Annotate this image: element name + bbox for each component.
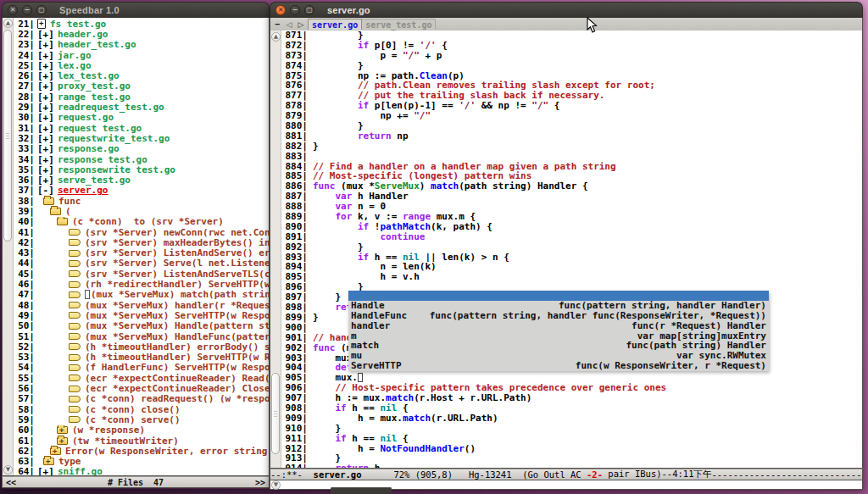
file-name[interactable]: fs_test.go [50, 19, 106, 29]
folder-closed-icon[interactable] [50, 447, 61, 455]
tree-row[interactable]: 56|(ecr *expectContinueReader) Close() e… [14, 383, 269, 393]
tag-icon[interactable] [69, 229, 81, 236]
expand-toggle-icon[interactable]: [+] [37, 144, 54, 154]
tree-row[interactable]: 22|[+]header.go [14, 29, 269, 39]
tag-icon[interactable] [69, 281, 81, 288]
code-line[interactable]: 914| return h [282, 463, 862, 469]
tree-row[interactable]: 43|(srv *Server) ListenAndServe() error [14, 248, 269, 258]
scroll-up-icon[interactable]: ▲ [3, 19, 13, 28]
popup-item[interactable]: HandleFuncfunc(pattern string, handler f… [348, 311, 769, 321]
tag-group-label[interactable]: Error(w ResponseWriter, error string, c [65, 446, 269, 456]
tree-row[interactable]: 64|[+]sniff.go [14, 467, 269, 476]
file-name[interactable]: serve_test.go [58, 175, 131, 185]
file-name[interactable]: readrequest_test.go [58, 102, 164, 112]
speedbar-file-tree[interactable]: 21|fs_test.go22|[+]header.go23|[+]header… [14, 19, 269, 475]
tag-label[interactable]: (srv *Server) ListenAndServeTLS(certF [85, 269, 269, 279]
code-line[interactable]: 910| } [282, 424, 862, 434]
code-line[interactable]: 894| n = len(k) [282, 262, 862, 272]
expand-toggle-icon[interactable]: [+] [37, 50, 54, 60]
tree-row[interactable]: 42|(srv *Server) maxHeaderBytes() int [14, 237, 269, 247]
tree-row[interactable]: 52|(h *timeoutHandler) errorBody() strin… [14, 341, 269, 352]
tree-row[interactable]: 29|[+]readrequest_test.go [14, 102, 269, 112]
tree-row[interactable]: 28|[+]range_test.go [14, 92, 269, 102]
tag-group-label[interactable]: ( [65, 206, 71, 216]
tag-label[interactable]: (mux *ServeMux) HandleFunc(pattern st [85, 331, 269, 341]
tag-label[interactable]: (ecr *expectContinueReader) Read(p [] [85, 373, 269, 383]
file-name[interactable]: responsewrite_test.go [58, 164, 175, 175]
expand-toggle-icon[interactable]: [+] [37, 102, 54, 112]
code-line[interactable]: 889| for k, v := range mux.m { [282, 212, 862, 222]
tree-row[interactable]: 25|[+]lex.go [14, 60, 269, 70]
expand-toggle-icon[interactable]: [+] [37, 133, 54, 143]
tree-row[interactable]: 31|[+]request_test.go [14, 123, 269, 133]
code-line[interactable]: 887| var h Handler [282, 191, 862, 202]
speedbar-page-next[interactable]: >> [255, 478, 265, 487]
code-line[interactable]: 885|// Most-specific (longest) pattern w… [282, 171, 862, 181]
tree-row[interactable]: 38|func [14, 196, 269, 206]
editor-scrollbar[interactable]: ▲ [270, 31, 281, 468]
tree-row[interactable]: 27|[+]proxy_test.go [14, 81, 269, 92]
file-name[interactable]: requestwrite_test.go [58, 133, 170, 143]
code-line[interactable]: 872| if p[0] != '/' { [282, 41, 862, 51]
file-name[interactable]: proxy_test.go [58, 81, 131, 92]
file-name[interactable]: server.go [58, 186, 108, 196]
minimize-icon[interactable]: − [290, 5, 300, 15]
file-name[interactable]: jar.go [58, 50, 92, 60]
tag-label[interactable]: (srv *Server) ListenAndServe() error [85, 248, 269, 258]
code-line[interactable]: 888| var n = 0 [282, 202, 862, 212]
tree-row[interactable]: 61|(tw *timeoutWriter) [14, 436, 269, 446]
tag-label[interactable]: (ecr *expectContinueReader) Close() e [85, 383, 269, 393]
code-line[interactable]: 875| np := path.Clean(p) [282, 71, 862, 81]
tag-icon[interactable] [69, 354, 81, 361]
tag-label[interactable]: (c *conn) readRequest() (w *response, [85, 394, 269, 404]
code-line[interactable]: 891| continue [282, 232, 862, 242]
tree-row[interactable]: 58|(c *conn) close() [14, 404, 269, 414]
tag-label[interactable]: (h *timeoutHandler) ServeHTTP(w Respo [85, 352, 269, 363]
code-line[interactable]: 881| return np [282, 131, 862, 142]
file-name[interactable]: request_test.go [58, 123, 142, 133]
tag-label[interactable]: (mux *ServeMux) Handle(pattern string [85, 321, 269, 331]
tree-row[interactable]: 57|(c *conn) readRequest() (w *response,… [14, 394, 269, 404]
tag-label[interactable]: (srv *Server) maxHeaderBytes() int [85, 237, 269, 247]
scroll-down-icon[interactable]: ▼ [271, 480, 281, 490]
code-line[interactable]: 908| if h == nil { [282, 403, 862, 414]
tag-group-label[interactable]: type [58, 456, 81, 466]
code-line[interactable]: 913| } [282, 453, 862, 463]
close-icon[interactable]: ✕ [8, 5, 18, 15]
tree-row[interactable]: 62|Error(w ResponseWriter, error string,… [14, 446, 269, 456]
tree-row[interactable]: 37|[-]server.go [14, 186, 269, 196]
expand-toggle-icon[interactable]: [-] [37, 186, 54, 196]
folder-open-icon[interactable] [50, 208, 61, 215]
file-name[interactable]: header.go [58, 29, 108, 39]
expand-toggle-icon[interactable]: [+] [37, 92, 54, 102]
expand-toggle-icon[interactable]: [+] [37, 40, 54, 50]
expand-toggle-icon[interactable]: [+] [37, 164, 54, 175]
expand-toggle-icon[interactable]: [+] [37, 29, 54, 39]
tree-row[interactable]: 40|(c *conn) to (srv *Server) [14, 217, 269, 227]
tree-row[interactable]: 47|(mux *ServeMux) match(path string) Ha… [14, 290, 269, 300]
code-line[interactable]: 877| // put the trailing slash back if n… [282, 91, 862, 101]
maximize-icon[interactable]: ▢ [36, 5, 47, 15]
code-line[interactable]: 906| // Host-specific pattern takes prec… [282, 383, 862, 393]
code-area[interactable]: 871| }872| if p[0] != '/' {873| p = "/" … [282, 31, 862, 468]
code-line[interactable]: 882|} [282, 142, 862, 152]
code-line[interactable]: 909| h = mux.match(r.URL.Path) [282, 414, 862, 424]
folder-closed-icon[interactable] [57, 437, 68, 445]
expand-toggle-icon[interactable]: [+] [37, 123, 54, 133]
folder-open-icon[interactable] [43, 197, 54, 205]
tag-icon[interactable] [69, 416, 81, 423]
speedbar-titlebar[interactable]: ✕ − ▢ Speedbar 1.0 [2, 2, 270, 18]
expand-toggle-icon[interactable]: [+] [37, 60, 54, 70]
tab-serve-test-go[interactable]: serve_test.go [362, 19, 436, 30]
tree-row[interactable]: 33|[+]response.go [14, 144, 269, 154]
editor-scroll-thumb[interactable] [271, 373, 280, 454]
tag-group-label[interactable]: (tw *timeoutWriter) [72, 436, 179, 446]
tag-label[interactable]: (mux *ServeMux) match(path string) Ha [91, 290, 269, 300]
tree-row[interactable]: 46|(rh *redirectHandler) ServeHTTP(w Res… [14, 279, 269, 289]
tree-row[interactable]: 63|type [14, 456, 269, 466]
speedbar-page-prev[interactable]: << [6, 478, 16, 487]
code-line[interactable]: 893| if h == nil || len(k) > n { [282, 253, 862, 263]
tag-icon[interactable] [69, 396, 81, 402]
tag-group-label[interactable]: func [58, 196, 81, 206]
tab-scroll-right-icon[interactable]: ▷ [296, 19, 306, 30]
